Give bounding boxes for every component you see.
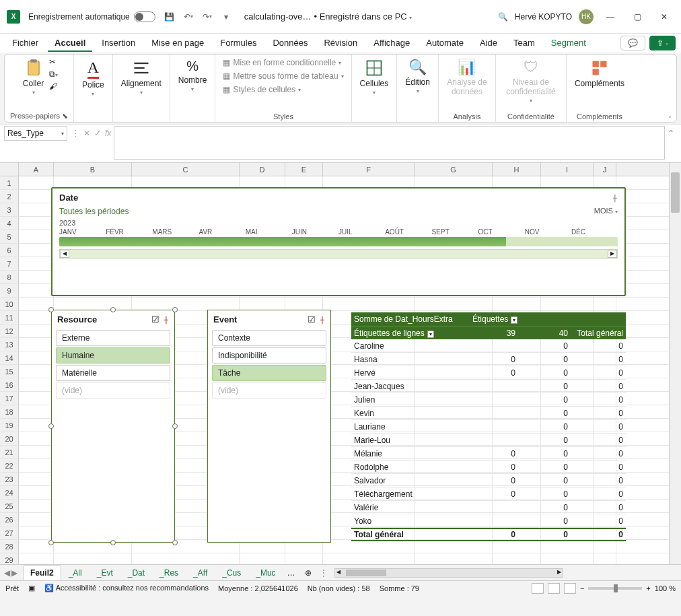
timeline-month[interactable]: JUIN (292, 228, 338, 236)
align-button[interactable]: Alignement▾ (118, 57, 164, 97)
select-all-button[interactable] (0, 163, 19, 176)
row-header[interactable]: 21 (0, 446, 19, 459)
editing-button[interactable]: 🔍 Édition▾ (402, 57, 433, 96)
sheet-tab[interactable]: _Res (152, 566, 186, 580)
slicer-item[interactable]: Indisponibilité (212, 347, 326, 364)
row-header[interactable]: 25 (0, 500, 19, 513)
view-pagebreak-button[interactable] (564, 583, 576, 594)
row-header[interactable]: 13 (0, 338, 19, 351)
slicer-item[interactable]: Matérielle (56, 365, 170, 381)
accessibility-status[interactable]: ♿ Accessibilité : consultez nos recomman… (44, 584, 209, 592)
pivot-row[interactable]: Hasna000 (351, 353, 626, 366)
macro-record-icon[interactable]: ▣ (28, 584, 35, 592)
slicer-resource[interactable]: Resource ☑⟊ Externe Humaine Matérielle (… (51, 310, 175, 543)
pivot-row[interactable]: Marie-Lou00 (351, 434, 626, 447)
sheet-tab[interactable]: _All (61, 566, 89, 580)
font-button[interactable]: A Police▾ (79, 57, 107, 98)
sheet-tab[interactable]: _Aff (186, 566, 215, 580)
horizontal-scrollbar[interactable]: ◀ ▶ (334, 568, 563, 578)
row-header[interactable]: 7 (0, 257, 19, 271)
cancel-formula-icon[interactable]: ✕ (83, 129, 90, 138)
sheet-tab[interactable]: _Cus (215, 566, 248, 580)
copy-icon[interactable]: ⧉▾ (49, 69, 58, 79)
format-painter-icon[interactable]: 🖌 (49, 81, 58, 91)
sheet-tab[interactable]: _Dat (120, 566, 152, 580)
tab-view[interactable]: Affichage (367, 35, 417, 52)
timeline-month[interactable]: FÉVR (106, 228, 152, 236)
sheet-nav[interactable]: ◀▶ (4, 568, 17, 578)
sheet-tab[interactable]: _Evt (89, 566, 120, 580)
tab-review[interactable]: Révision (317, 35, 364, 52)
format-as-table-button[interactable]: ▦ Mettre sous forme de tableau ▾ (221, 71, 345, 81)
row-header[interactable]: 27 (0, 526, 19, 540)
analyze-data-button[interactable]: 📊 Analyse de données (444, 57, 490, 98)
zoom-out-button[interactable]: − (580, 584, 584, 592)
maximize-button[interactable]: ▢ (627, 7, 647, 27)
cell-styles-button[interactable]: ▦ Styles de cellules ▾ (221, 84, 303, 95)
row-header[interactable]: 4 (0, 217, 19, 230)
timeline-month[interactable]: JANV (59, 228, 106, 236)
expand-formula-icon[interactable]: ⌃ (665, 126, 677, 141)
timeline-month[interactable]: NOV (525, 228, 571, 236)
tab-team[interactable]: Team (507, 35, 542, 52)
column-header[interactable]: H (493, 163, 541, 176)
share-button[interactable]: ⇪ ▾ (649, 36, 676, 50)
column-header[interactable]: C (132, 163, 240, 176)
zoom-level[interactable]: 100 % (655, 584, 676, 592)
row-header[interactable]: 24 (0, 486, 19, 500)
pivot-row[interactable]: Salvador000 (351, 474, 626, 487)
close-button[interactable]: ✕ (654, 7, 674, 27)
row-header[interactable]: 9 (0, 284, 19, 298)
row-header[interactable]: 28 (0, 540, 19, 553)
tab-help[interactable]: Aide (473, 35, 504, 52)
formula-bar[interactable] (114, 126, 665, 160)
timeline-month[interactable]: SEPT (431, 228, 478, 236)
tab-formulas[interactable]: Formules (213, 35, 263, 52)
qat-dropdown-icon[interactable]: ▾ (220, 11, 232, 23)
row-header[interactable]: 1 (0, 176, 19, 190)
column-header[interactable]: B (54, 163, 132, 176)
redo-icon[interactable]: ↷▾ (201, 11, 213, 23)
timeline-month[interactable]: JUIL (338, 228, 385, 236)
tab-file[interactable]: Fichier (5, 35, 45, 52)
timeline-month[interactable]: AVR (199, 228, 246, 236)
scroll-right-icon[interactable]: ▶ (608, 250, 617, 258)
timeline-month[interactable]: MAI (246, 228, 292, 236)
save-icon[interactable]: 💾 (164, 11, 176, 23)
sheet-tabs-more[interactable]: … (283, 568, 299, 578)
document-title[interactable]: calculating-ove… (244, 11, 312, 22)
pivot-row[interactable]: Caroline00 (351, 339, 626, 353)
pivot-col-label[interactable]: Étiquettes▾ (470, 314, 626, 324)
row-header[interactable]: 26 (0, 513, 19, 526)
zoom-in-button[interactable]: + (646, 584, 650, 592)
row-header[interactable]: 14 (0, 351, 19, 365)
collapse-ribbon-icon[interactable]: ⌄ (668, 113, 672, 119)
paste-button[interactable]: Coller▾ (20, 57, 46, 97)
row-header[interactable]: 16 (0, 378, 19, 392)
undo-icon[interactable]: ↶▾ (182, 11, 194, 23)
fx-icon[interactable]: fx (105, 129, 111, 138)
pivot-row[interactable]: Rodolphe000 (351, 460, 626, 474)
pivot-table[interactable]: Somme de Dat_HoursExtra Étiquettes▾ Étiq… (351, 312, 626, 541)
worksheet[interactable]: ABCDEFGHIJ 12345678910111213141516171819… (0, 163, 669, 564)
timeline-month[interactable]: AOÛT (385, 228, 431, 236)
multiselect-icon[interactable]: ☑ (308, 314, 316, 324)
timeline-months[interactable]: JANVFÉVRMARSAVRMAIJUINJUILAOÛTSEPTOCTNOV… (52, 227, 624, 236)
row-header[interactable]: 22 (0, 459, 19, 473)
row-header[interactable]: 18 (0, 405, 19, 419)
slicer-item[interactable]: Humaine (56, 347, 170, 364)
pivot-row-label[interactable]: Étiquettes de lignes▾ (351, 329, 459, 338)
pivot-row[interactable]: Jean-Jacques00 (351, 380, 626, 393)
timeline-month[interactable]: DÉC (571, 228, 618, 236)
scroll-left-icon[interactable]: ◀ (60, 250, 69, 258)
timeline-slicer[interactable]: Date ⟊ Toutes les périodes MOIS ▾ 2023 J… (51, 187, 626, 296)
tab-automate[interactable]: Automate (419, 35, 470, 52)
tab-pagelayout[interactable]: Mise en page (145, 35, 211, 52)
row-header[interactable]: 10 (0, 298, 19, 311)
clear-filter-icon[interactable]: ⟊ (164, 314, 169, 324)
name-box[interactable]: Res_Type▾ (4, 126, 67, 141)
row-header[interactable]: 17 (0, 392, 19, 405)
tab-insert[interactable]: Insertion (95, 35, 142, 52)
new-sheet-button[interactable]: ⊕ (299, 568, 317, 578)
toggle-switch[interactable] (134, 11, 155, 22)
